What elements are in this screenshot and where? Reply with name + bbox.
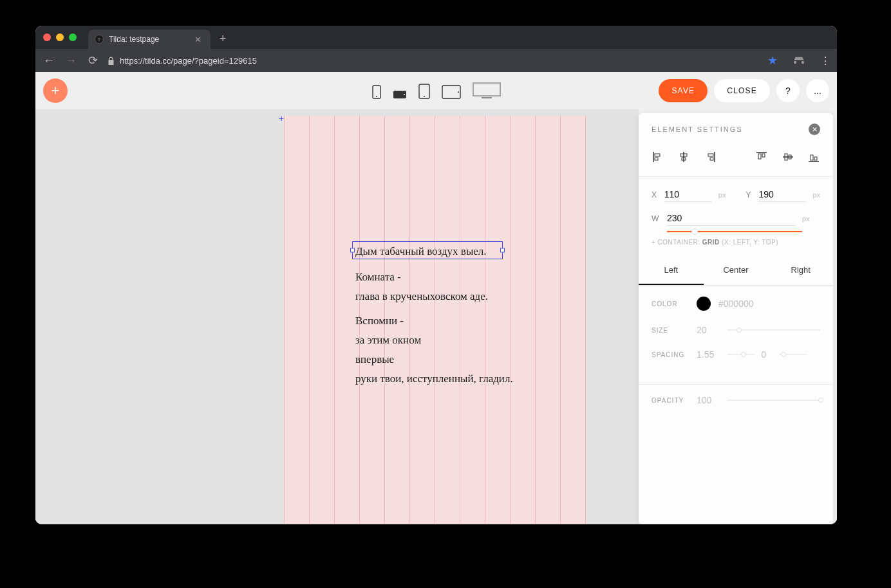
- y-label: Y: [746, 190, 753, 199]
- resize-handle-right[interactable]: [500, 248, 505, 253]
- bookmark-star-icon[interactable]: ★: [767, 53, 778, 68]
- w-label: W: [652, 214, 661, 223]
- help-button[interactable]: ?: [776, 79, 800, 102]
- svg-rect-9: [482, 97, 492, 98]
- x-label: X: [652, 190, 658, 199]
- color-value[interactable]: #000000: [718, 299, 754, 309]
- letterspacing-slider[interactable]: [779, 354, 806, 355]
- svg-rect-20: [811, 155, 813, 160]
- tab-center[interactable]: Center: [704, 256, 769, 285]
- align-bottom-icon[interactable]: [807, 151, 820, 163]
- w-input[interactable]: [667, 211, 796, 226]
- save-button[interactable]: SAVE: [659, 79, 708, 102]
- svg-rect-8: [473, 83, 500, 96]
- svg-point-7: [458, 91, 459, 93]
- device-phone-portrait-icon[interactable]: [372, 85, 381, 99]
- opacity-slider[interactable]: [727, 400, 820, 401]
- resize-handle-left[interactable]: [350, 248, 355, 253]
- text-line-5[interactable]: за этим окном: [355, 332, 421, 349]
- lineheight-slider[interactable]: [727, 354, 755, 355]
- opacity-value[interactable]: 100: [697, 395, 722, 405]
- tab-title: Tilda: testpage: [109, 35, 159, 44]
- align-tabs: Left Center Right: [639, 256, 833, 286]
- maximize-window-icon[interactable]: [69, 33, 77, 41]
- x-input[interactable]: [664, 187, 712, 202]
- svg-rect-14: [708, 154, 713, 156]
- alignment-row: [639, 145, 833, 176]
- svg-rect-10: [655, 154, 660, 156]
- w-unit: px: [802, 215, 810, 223]
- panel-close-icon[interactable]: ✕: [809, 124, 820, 135]
- size-label: SIZE: [652, 327, 697, 334]
- more-button[interactable]: ...: [806, 79, 829, 102]
- incognito-icon[interactable]: [793, 56, 805, 65]
- device-tablet-landscape-icon[interactable]: [442, 85, 461, 99]
- artboard[interactable]: Дым табачный воздух выел. Комната - глав…: [284, 116, 586, 524]
- canvas[interactable]: + Дым табачный воздух выел. Комната - гл…: [35, 109, 639, 524]
- add-block-button[interactable]: +: [43, 78, 68, 103]
- panel-title: ELEMENT SETTINGS: [652, 125, 743, 133]
- panel-header: ELEMENT SETTINGS ✕: [639, 113, 833, 145]
- align-right-icon[interactable]: [704, 151, 717, 163]
- close-window-icon[interactable]: [43, 33, 51, 41]
- align-top-icon[interactable]: [755, 151, 768, 163]
- browser-menu-icon[interactable]: ⋮: [820, 55, 830, 67]
- svg-rect-11: [655, 158, 658, 160]
- window-controls: [43, 33, 77, 41]
- spacing-lineheight[interactable]: 1.55: [697, 349, 722, 360]
- new-tab-icon[interactable]: +: [220, 32, 227, 46]
- app-root: + SAVE CLOSE ? ... +: [35, 72, 837, 524]
- text-line-3[interactable]: глава в крученыховском аде.: [355, 288, 488, 305]
- align-vcenter-icon[interactable]: [782, 151, 794, 163]
- opacity-label: OPACITY: [652, 397, 697, 404]
- svg-rect-16: [758, 154, 761, 159]
- minimize-window-icon[interactable]: [56, 33, 64, 41]
- y-unit: px: [812, 191, 820, 199]
- spacing-label: SPACING: [652, 351, 697, 358]
- size-value[interactable]: 20: [697, 325, 722, 335]
- tab-close-icon[interactable]: ✕: [192, 35, 204, 44]
- size-slider[interactable]: [727, 329, 820, 331]
- device-phone-landscape-icon[interactable]: [393, 90, 407, 99]
- tab-right[interactable]: Right: [768, 256, 833, 285]
- position-section: X px Y px W px + CONTAINER:: [639, 176, 833, 256]
- align-hcenter-icon[interactable]: [677, 151, 690, 163]
- x-unit: px: [718, 191, 726, 199]
- spacing-letter[interactable]: 0: [761, 349, 774, 360]
- y-input[interactable]: [758, 187, 806, 202]
- browser-window: T Tilda: testpage ✕ + ← → ⟳ https://tild…: [35, 26, 837, 524]
- favicon-icon: T: [95, 35, 104, 44]
- color-swatch[interactable]: [697, 297, 711, 311]
- width-slider[interactable]: [667, 231, 802, 232]
- tab-left[interactable]: Left: [639, 256, 704, 285]
- text-line-7[interactable]: руки твои, исступленный, гладил.: [355, 371, 513, 387]
- app-topbar: + SAVE CLOSE ? ...: [35, 72, 837, 109]
- container-note[interactable]: + CONTAINER: GRID (X: LEFT, Y: TOP): [652, 239, 820, 246]
- forward-icon[interactable]: →: [64, 54, 78, 68]
- svg-point-3: [404, 94, 405, 95]
- svg-point-1: [376, 96, 377, 97]
- origin-marker-icon: +: [279, 113, 284, 124]
- address-bar: ← → ⟳ https://tilda.cc/page/?pageid=1296…: [35, 49, 837, 72]
- text-line-4[interactable]: Вспомни -: [355, 313, 404, 329]
- tab-bar: T Tilda: testpage ✕ +: [35, 26, 837, 49]
- browser-tab[interactable]: T Tilda: testpage ✕: [88, 30, 211, 49]
- svg-rect-6: [442, 86, 460, 98]
- color-label: COLOR: [652, 300, 697, 308]
- text-line-2[interactable]: Комната -: [355, 269, 401, 286]
- lock-icon: [108, 57, 115, 65]
- reload-icon[interactable]: ⟳: [86, 53, 100, 68]
- device-desktop-icon[interactable]: [473, 82, 501, 99]
- opacity-section: OPACITY 100: [639, 384, 833, 418]
- text-section: COLOR #000000 SIZE 20 SPACING 1.55 0: [639, 286, 833, 384]
- url-input[interactable]: https://tilda.cc/page/?pageid=129615: [108, 56, 755, 66]
- close-button[interactable]: CLOSE: [714, 79, 770, 102]
- settings-panel: ELEMENT SETTINGS ✕ X px Y: [639, 113, 833, 524]
- svg-rect-17: [762, 154, 765, 157]
- svg-rect-15: [710, 158, 713, 160]
- align-left-icon[interactable]: [652, 151, 664, 163]
- text-line-6[interactable]: впервые: [355, 351, 394, 368]
- text-line-1[interactable]: Дым табачный воздух выел.: [355, 243, 487, 260]
- back-icon[interactable]: ←: [42, 54, 56, 68]
- device-tablet-portrait-icon[interactable]: [418, 84, 430, 99]
